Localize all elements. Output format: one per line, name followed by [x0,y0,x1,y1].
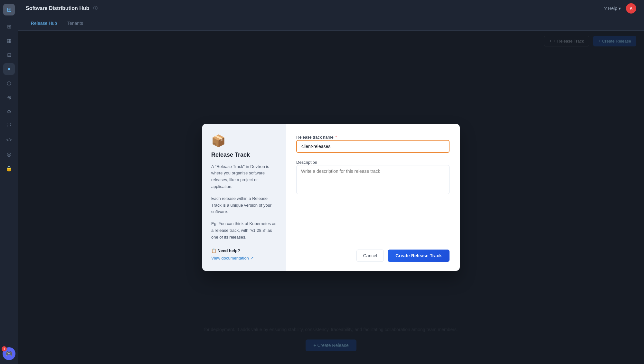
modal-doc-link[interactable]: View documentation ↗ [211,256,277,261]
modal-package-icon: 📦 [211,134,277,148]
release-hub-icon: ● [7,66,11,72]
nav-tabs: Release Hub Tenants [18,17,644,31]
dashboard-icon: ⊞ [7,24,11,30]
modal-left-desc2: Each release within a Release Track is a… [211,195,277,215]
sidebar-item-apps[interactable]: ⊟ [3,49,15,61]
field-name-group: Release track name * [296,134,450,159]
sidebar-logo[interactable]: ⊞ [3,4,15,15]
cancel-button[interactable]: Cancel [356,250,384,262]
sidebar-item-integrations[interactable]: ⬡ [3,77,15,89]
lock-icon: 🔒 [6,165,12,172]
help-circle-icon: ? [604,6,607,11]
sidebar-item-lock[interactable]: 🔒 [3,162,15,174]
field-desc-label: Description [296,160,317,165]
modal-overlay: 📦 Release Track A "Release Track" in Dev… [18,31,644,364]
help-button[interactable]: ? Help ▾ [604,6,621,11]
modal-help-label: 📋 Need help? [211,248,277,253]
tab-release-hub-label: Release Hub [31,21,57,26]
modal-left-desc1: A "Release Track" in Devtron is where yo… [211,163,277,190]
discord-badge: 1 [2,346,7,351]
gear-icon: ⚙ [7,109,11,115]
sidebar-item-globe[interactable]: ⊕ [3,92,15,103]
shield-icon: 🛡 [6,123,12,129]
analytics-icon: ▦ [7,38,12,44]
discord-button[interactable]: 1 🎮 [3,347,15,360]
user-avatar[interactable]: A [626,3,636,14]
help-label: Help [608,6,617,11]
modal-left-panel: 📦 Release Track A "Release Track" in Dev… [202,124,286,271]
sidebar: ⊞ ⊞ ▦ ⊟ ● ⬡ ⊕ ⚙ 🛡 </> ◎ 🔒 1 🎮 [0,0,18,364]
release-track-name-input[interactable] [296,140,450,153]
modal-right-panel: Release track name * Description Cancel … [286,124,460,271]
config-icon: ◎ [7,151,11,157]
doc-link-label: View documentation [211,256,249,261]
main-content: Software Distribution Hub ⓘ ? Help ▾ A R… [18,0,644,364]
sidebar-item-settings[interactable]: ⚙ [3,106,15,117]
modal-left-title: Release Track [211,152,277,158]
sidebar-item-dashboard[interactable]: ⊞ [3,21,15,32]
topbar: Software Distribution Hub ⓘ ? Help ▾ A [18,0,644,17]
modal-left-example: Eg. You can think of Kubernetes as a rel… [211,221,277,241]
create-release-track-button[interactable]: Create Release Track [388,250,450,262]
topbar-left: Software Distribution Hub ⓘ [26,5,98,11]
apps-icon: ⊟ [7,52,11,58]
field-name-label: Release track name * [296,135,337,140]
external-link-icon: ↗ [250,256,254,261]
tab-tenants[interactable]: Tenants [62,17,88,30]
info-icon[interactable]: ⓘ [93,5,98,11]
sidebar-item-release-hub[interactable]: ● [3,63,15,75]
discord-icon: 🎮 [5,350,13,357]
help-dropdown-icon: ▾ [619,6,621,11]
content-area: + + Release Track + Create Release for d… [18,31,644,364]
tab-release-hub[interactable]: Release Hub [26,17,62,30]
sidebar-item-analytics[interactable]: ▦ [3,35,15,46]
field-desc-group: Description [296,159,450,195]
app-title: Software Distribution Hub [26,5,89,11]
topbar-right: ? Help ▾ A [604,3,636,14]
code-icon: </> [6,138,12,142]
globe-icon: ⊕ [7,94,11,101]
modal-dialog: 📦 Release Track A "Release Track" in Dev… [202,124,460,271]
sidebar-item-security[interactable]: 🛡 [3,120,15,132]
sidebar-item-config[interactable]: ◎ [3,148,15,160]
required-star: * [335,135,337,140]
sidebar-item-code[interactable]: </> [3,134,15,146]
sidebar-bottom: 1 🎮 [3,347,15,360]
integrations-icon: ⬡ [7,80,11,86]
modal-footer: Cancel Create Release Track [296,244,450,262]
tab-tenants-label: Tenants [67,21,83,26]
release-track-desc-input[interactable] [296,165,450,194]
